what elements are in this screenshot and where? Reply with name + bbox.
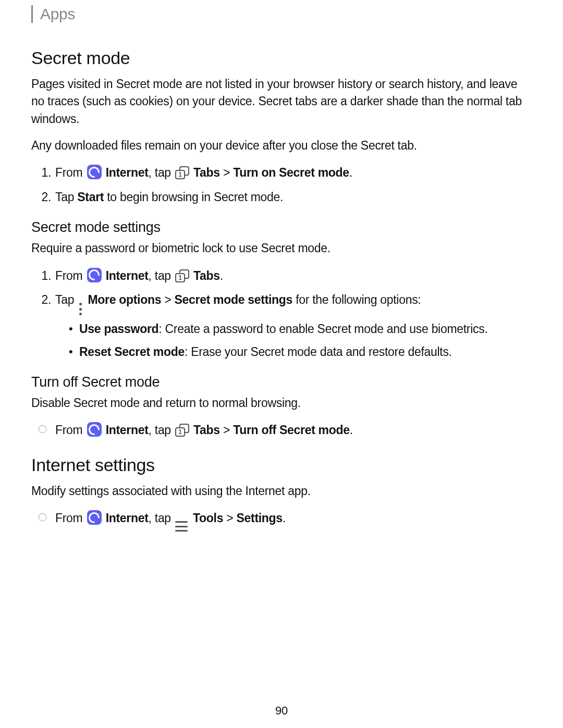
- list-item: Reset Secret mode: Erase your Secret mod…: [72, 343, 532, 361]
- list-item: From Internet, tap 1 Tabs > Turn off Sec…: [46, 421, 532, 439]
- tabs-icon: 1: [175, 269, 189, 282]
- settings-intro: Require a password or biometric lock to …: [31, 240, 532, 257]
- settings-options: Use password: Create a password to enabl…: [55, 320, 532, 361]
- heading-internet-settings: Internet settings: [31, 455, 532, 475]
- secret-mode-steps: 1. From Internet, tap 1 Tabs > Turn on S…: [31, 164, 532, 206]
- secret-mode-para1: Pages visited in Secret mode are not lis…: [31, 76, 532, 128]
- internet-icon: [87, 422, 102, 437]
- heading-turn-off: Turn off Secret mode: [31, 374, 532, 390]
- tabs-icon: 1: [175, 166, 189, 179]
- heading-secret-mode-settings: Secret mode settings: [31, 219, 532, 236]
- page-header: Apps: [31, 5, 532, 23]
- internet-icon: [87, 268, 102, 282]
- turnoff-intro: Disable Secret mode and return to normal…: [31, 394, 532, 412]
- tools-icon: [175, 521, 188, 532]
- turnoff-steps: From Internet, tap 1 Tabs > Turn off Sec…: [31, 421, 532, 439]
- more-options-icon: [78, 303, 83, 315]
- list-item: From Internet, tap Tools > Settings.: [46, 509, 532, 532]
- internet-icon: [87, 510, 102, 525]
- section-label: Apps: [40, 5, 75, 22]
- internet-settings-intro: Modify settings associated with using th…: [31, 483, 532, 500]
- settings-steps: 1. From Internet, tap 1 Tabs. 2. Tap Mor…: [31, 267, 532, 361]
- list-item: 1. From Internet, tap 1 Tabs > Turn on S…: [46, 164, 532, 182]
- list-item: Use password: Create a password to enabl…: [72, 320, 532, 338]
- internet-settings-steps: From Internet, tap Tools > Settings.: [31, 509, 532, 532]
- list-item: 2. Tap Start to begin browsing in Secret…: [46, 188, 532, 206]
- list-item: 2. Tap More options > Secret mode settin…: [46, 291, 532, 361]
- heading-secret-mode: Secret mode: [31, 48, 532, 68]
- secret-mode-para2: Any downloaded files remain on your devi…: [31, 137, 532, 154]
- tabs-icon: 1: [175, 424, 189, 437]
- page-number: 90: [0, 704, 563, 718]
- list-item: 1. From Internet, tap 1 Tabs.: [46, 267, 532, 285]
- internet-icon: [87, 165, 102, 179]
